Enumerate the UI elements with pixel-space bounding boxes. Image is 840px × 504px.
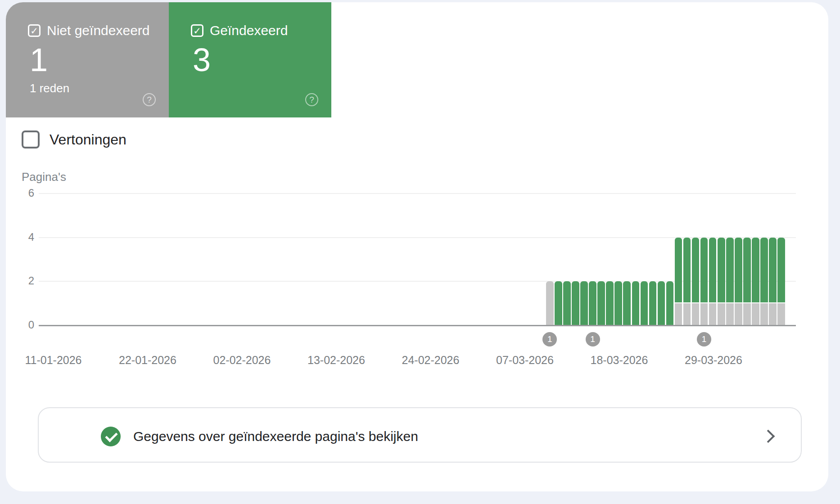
bar-segment-indexed[interactable]	[649, 281, 657, 325]
bar-segment-indexed[interactable]	[700, 238, 708, 302]
bar-segment-indexed[interactable]	[606, 281, 614, 325]
x-tick-label: 07-03-2026	[475, 354, 574, 367]
bar-segment-not-indexed[interactable]	[546, 281, 554, 325]
y-tick-label: 0	[14, 319, 34, 331]
bar-annotation-marker[interactable]: 1	[542, 332, 557, 346]
bar-segment-not-indexed[interactable]	[735, 303, 742, 325]
bar-segment-not-indexed[interactable]	[777, 303, 785, 325]
bar-annotation-marker[interactable]: 1	[697, 332, 711, 346]
page: { "colors": { "background": "#eef1f8", "…	[0, 0, 840, 504]
x-tick-label: 02-02-2026	[193, 354, 292, 367]
bar-segment-not-indexed[interactable]	[675, 303, 682, 325]
bar-segment-indexed[interactable]	[777, 238, 785, 302]
x-tick-label: 22-01-2026	[98, 354, 197, 367]
bar-segment-indexed[interactable]	[589, 281, 596, 325]
bar-segment-not-indexed[interactable]	[726, 303, 734, 325]
chevron-right-icon	[762, 430, 775, 443]
view-indexed-pages-label: Gegevens over geïndexeerde pagina's beki…	[133, 429, 418, 444]
bar-segment-not-indexed[interactable]	[683, 303, 691, 325]
bar-annotation-marker[interactable]: 1	[586, 332, 600, 346]
bar-segment-not-indexed[interactable]	[709, 303, 717, 325]
bar-segment-indexed[interactable]	[769, 238, 777, 302]
x-tick-label: 24-02-2026	[381, 354, 480, 367]
bar-segment-indexed[interactable]	[675, 238, 682, 302]
check-icon	[105, 429, 117, 442]
bar-segment-indexed[interactable]	[623, 281, 631, 325]
bar-segment-indexed[interactable]	[658, 281, 665, 325]
bar-segment-indexed[interactable]	[580, 281, 588, 325]
bar-segment-not-indexed[interactable]	[743, 303, 751, 325]
bar-segment-not-indexed[interactable]	[692, 303, 700, 325]
bar-segment-indexed[interactable]	[683, 238, 691, 302]
bar-segment-indexed[interactable]	[709, 238, 717, 302]
bar-segment-indexed[interactable]	[666, 281, 674, 325]
y-tick-label: 6	[14, 187, 34, 199]
bar-segment-indexed[interactable]	[752, 238, 759, 302]
y-tick-label: 2	[14, 274, 34, 287]
x-tick-label: 18-03-2026	[570, 354, 669, 367]
x-tick-label: 29-03-2026	[664, 354, 763, 367]
bar-segment-indexed[interactable]	[760, 238, 768, 302]
bar-segment-indexed[interactable]	[718, 238, 725, 302]
gridline	[39, 193, 796, 194]
bar-segment-indexed[interactable]	[641, 281, 648, 325]
bar-segment-indexed[interactable]	[555, 281, 562, 325]
bar-segment-not-indexed[interactable]	[760, 303, 768, 325]
x-tick-label: 13-02-2026	[287, 354, 386, 367]
check-circle-icon	[101, 427, 121, 446]
x-tick-label: 11-01-2026	[4, 354, 103, 367]
y-tick-label: 4	[14, 231, 34, 243]
bar-segment-indexed[interactable]	[563, 281, 571, 325]
bar-segment-not-indexed[interactable]	[769, 303, 777, 325]
bar-segment-indexed[interactable]	[597, 281, 605, 325]
view-indexed-pages-button[interactable]: Gegevens over geïndexeerde pagina's beki…	[38, 407, 802, 463]
bar-segment-indexed[interactable]	[632, 281, 640, 325]
gridline	[39, 281, 796, 282]
bar-segment-not-indexed[interactable]	[700, 303, 708, 325]
x-axis-line	[39, 325, 796, 326]
bar-segment-not-indexed[interactable]	[752, 303, 759, 325]
bar-segment-indexed[interactable]	[726, 238, 734, 302]
bar-segment-indexed[interactable]	[614, 281, 622, 325]
bar-segment-indexed[interactable]	[572, 281, 579, 325]
bar-segment-not-indexed[interactable]	[718, 303, 725, 325]
gridline	[39, 237, 796, 238]
bar-segment-indexed[interactable]	[692, 238, 700, 302]
bar-segment-indexed[interactable]	[743, 238, 751, 302]
bar-segment-indexed[interactable]	[735, 238, 742, 302]
